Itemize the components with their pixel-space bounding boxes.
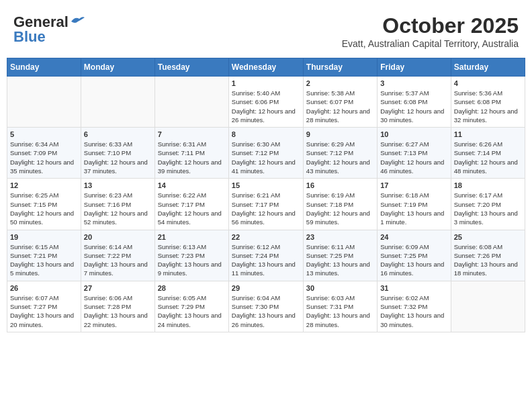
day-info: Sunrise: 6:21 AM Sunset: 7:17 PM Dayligh…	[232, 191, 300, 226]
table-row: 8Sunrise: 6:30 AM Sunset: 7:12 PM Daylig…	[228, 128, 303, 179]
day-number: 28	[158, 284, 226, 292]
day-info: Sunrise: 6:19 AM Sunset: 7:18 PM Dayligh…	[306, 191, 374, 226]
day-info: Sunrise: 6:22 AM Sunset: 7:17 PM Dayligh…	[158, 191, 226, 226]
day-number: 7	[158, 130, 226, 138]
day-number: 23	[306, 233, 374, 241]
day-info: Sunrise: 6:04 AM Sunset: 7:30 PM Dayligh…	[232, 293, 300, 329]
day-info: Sunrise: 5:37 AM Sunset: 6:08 PM Dayligh…	[380, 89, 447, 124]
day-info: Sunrise: 6:30 AM Sunset: 7:12 PM Dayligh…	[232, 140, 300, 175]
day-number: 2	[306, 79, 374, 87]
day-number: 21	[158, 233, 226, 241]
col-wednesday: Wednesday	[228, 58, 303, 77]
day-number: 5	[10, 130, 78, 138]
table-row: 23Sunrise: 6:11 AM Sunset: 7:25 PM Dayli…	[303, 230, 377, 281]
table-row	[451, 281, 525, 332]
day-info: Sunrise: 6:18 AM Sunset: 7:19 PM Dayligh…	[380, 191, 447, 226]
location-subtitle: Evatt, Australian Capital Territory, Aus…	[342, 38, 519, 49]
day-number: 30	[306, 284, 374, 292]
calendar-week-row: 26Sunrise: 6:07 AM Sunset: 7:27 PM Dayli…	[7, 281, 525, 332]
calendar-header-row: Sunday Monday Tuesday Wednesday Thursday…	[7, 58, 525, 77]
table-row: 21Sunrise: 6:13 AM Sunset: 7:23 PM Dayli…	[154, 230, 228, 281]
table-row	[154, 77, 228, 128]
month-year-title: October 2025	[342, 13, 519, 38]
day-info: Sunrise: 5:40 AM Sunset: 6:06 PM Dayligh…	[232, 89, 300, 124]
table-row: 29Sunrise: 6:04 AM Sunset: 7:30 PM Dayli…	[228, 281, 303, 332]
day-number: 14	[158, 181, 226, 189]
day-info: Sunrise: 5:36 AM Sunset: 6:08 PM Dayligh…	[454, 89, 522, 124]
day-info: Sunrise: 6:07 AM Sunset: 7:27 PM Dayligh…	[10, 293, 78, 329]
day-info: Sunrise: 6:25 AM Sunset: 7:15 PM Dayligh…	[10, 191, 78, 226]
table-row: 17Sunrise: 6:18 AM Sunset: 7:19 PM Dayli…	[378, 179, 451, 230]
day-number: 10	[380, 130, 447, 138]
table-row: 3Sunrise: 5:37 AM Sunset: 6:08 PM Daylig…	[378, 77, 451, 128]
day-number: 8	[232, 130, 300, 138]
day-number: 16	[306, 181, 374, 189]
table-row: 25Sunrise: 6:08 AM Sunset: 7:26 PM Dayli…	[451, 230, 525, 281]
day-number: 31	[380, 284, 447, 292]
table-row: 24Sunrise: 6:09 AM Sunset: 7:25 PM Dayli…	[378, 230, 451, 281]
day-info: Sunrise: 6:13 AM Sunset: 7:23 PM Dayligh…	[158, 242, 226, 278]
table-row: 27Sunrise: 6:06 AM Sunset: 7:28 PM Dayli…	[81, 281, 154, 332]
table-row: 15Sunrise: 6:21 AM Sunset: 7:17 PM Dayli…	[228, 179, 303, 230]
day-info: Sunrise: 6:34 AM Sunset: 7:09 PM Dayligh…	[10, 140, 78, 175]
day-number: 3	[380, 79, 447, 87]
day-info: Sunrise: 6:05 AM Sunset: 7:29 PM Dayligh…	[158, 293, 226, 329]
calendar-week-row: 19Sunrise: 6:15 AM Sunset: 7:21 PM Dayli…	[7, 230, 525, 281]
title-section: October 2025 Evatt, Australian Capital T…	[342, 13, 519, 49]
table-row	[7, 77, 81, 128]
table-row: 28Sunrise: 6:05 AM Sunset: 7:29 PM Dayli…	[154, 281, 228, 332]
day-number: 6	[84, 130, 152, 138]
table-row: 2Sunrise: 5:38 AM Sunset: 6:07 PM Daylig…	[303, 77, 377, 128]
logo-bird-icon	[70, 15, 85, 27]
table-row: 4Sunrise: 5:36 AM Sunset: 6:08 PM Daylig…	[451, 77, 525, 128]
header: General Blue October 2025 Evatt, Austral…	[7, 7, 525, 52]
day-number: 9	[306, 130, 374, 138]
day-number: 15	[232, 181, 300, 189]
day-info: Sunrise: 6:14 AM Sunset: 7:22 PM Dayligh…	[84, 242, 152, 278]
day-info: Sunrise: 6:29 AM Sunset: 7:12 PM Dayligh…	[306, 140, 374, 175]
day-info: Sunrise: 6:06 AM Sunset: 7:28 PM Dayligh…	[84, 293, 152, 329]
day-info: Sunrise: 6:12 AM Sunset: 7:24 PM Dayligh…	[232, 242, 300, 278]
col-friday: Friday	[378, 58, 451, 77]
table-row: 9Sunrise: 6:29 AM Sunset: 7:12 PM Daylig…	[303, 128, 377, 179]
day-number: 13	[84, 181, 152, 189]
day-info: Sunrise: 6:09 AM Sunset: 7:25 PM Dayligh…	[380, 242, 447, 278]
day-number: 19	[10, 233, 78, 241]
table-row: 5Sunrise: 6:34 AM Sunset: 7:09 PM Daylig…	[7, 128, 81, 179]
day-info: Sunrise: 6:11 AM Sunset: 7:25 PM Dayligh…	[306, 242, 374, 278]
table-row: 22Sunrise: 6:12 AM Sunset: 7:24 PM Dayli…	[228, 230, 303, 281]
day-number: 1	[232, 79, 300, 87]
day-info: Sunrise: 6:26 AM Sunset: 7:14 PM Dayligh…	[454, 140, 522, 175]
day-info: Sunrise: 6:33 AM Sunset: 7:10 PM Dayligh…	[84, 140, 152, 175]
table-row: 1Sunrise: 5:40 AM Sunset: 6:06 PM Daylig…	[228, 77, 303, 128]
day-info: Sunrise: 6:17 AM Sunset: 7:20 PM Dayligh…	[454, 191, 522, 226]
col-tuesday: Tuesday	[154, 58, 228, 77]
calendar-week-row: 5Sunrise: 6:34 AM Sunset: 7:09 PM Daylig…	[7, 128, 525, 179]
day-info: Sunrise: 6:02 AM Sunset: 7:32 PM Dayligh…	[380, 293, 447, 329]
col-monday: Monday	[81, 58, 154, 77]
logo: General Blue	[13, 13, 85, 46]
day-number: 17	[380, 181, 447, 189]
day-info: Sunrise: 6:31 AM Sunset: 7:11 PM Dayligh…	[158, 140, 226, 175]
day-info: Sunrise: 5:38 AM Sunset: 6:07 PM Dayligh…	[306, 89, 374, 124]
day-number: 12	[10, 181, 78, 189]
col-thursday: Thursday	[303, 58, 377, 77]
table-row: 31Sunrise: 6:02 AM Sunset: 7:32 PM Dayli…	[378, 281, 451, 332]
day-info: Sunrise: 6:27 AM Sunset: 7:13 PM Dayligh…	[380, 140, 447, 175]
day-number: 20	[84, 233, 152, 241]
col-sunday: Sunday	[7, 58, 81, 77]
day-info: Sunrise: 6:03 AM Sunset: 7:31 PM Dayligh…	[306, 293, 374, 329]
calendar-table: Sunday Monday Tuesday Wednesday Thursday…	[7, 58, 525, 332]
calendar-week-row: 12Sunrise: 6:25 AM Sunset: 7:15 PM Dayli…	[7, 179, 525, 230]
table-row: 13Sunrise: 6:23 AM Sunset: 7:16 PM Dayli…	[81, 179, 154, 230]
day-number: 18	[454, 181, 522, 189]
table-row: 20Sunrise: 6:14 AM Sunset: 7:22 PM Dayli…	[81, 230, 154, 281]
day-info: Sunrise: 6:23 AM Sunset: 7:16 PM Dayligh…	[84, 191, 152, 226]
day-number: 11	[454, 130, 522, 138]
table-row: 16Sunrise: 6:19 AM Sunset: 7:18 PM Dayli…	[303, 179, 377, 230]
day-number: 22	[232, 233, 300, 241]
day-info: Sunrise: 6:15 AM Sunset: 7:21 PM Dayligh…	[10, 242, 78, 278]
logo-blue: Blue	[13, 28, 46, 46]
day-number: 25	[454, 233, 522, 241]
col-saturday: Saturday	[451, 58, 525, 77]
